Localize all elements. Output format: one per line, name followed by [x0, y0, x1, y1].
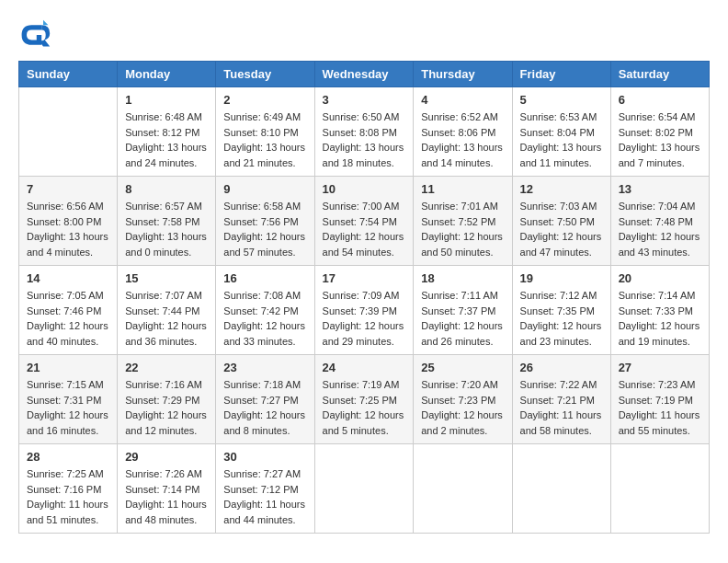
day-info: Sunrise: 7:20 AM Sunset: 7:23 PM Dayligh…	[421, 377, 504, 438]
day-number: 23	[223, 361, 306, 374]
day-number: 8	[125, 182, 208, 196]
day-info: Sunrise: 7:19 AM Sunset: 7:25 PM Dayligh…	[323, 377, 406, 438]
day-info: Sunrise: 7:04 AM Sunset: 7:48 PM Dayligh…	[619, 199, 701, 259]
day-number: 11	[421, 182, 504, 196]
day-number: 22	[125, 361, 208, 374]
calendar-cell: 29Sunrise: 7:26 AM Sunset: 7:14 PM Dayli…	[118, 444, 216, 534]
calendar-cell: 7Sunrise: 6:56 AM Sunset: 8:00 PM Daylig…	[19, 177, 118, 266]
calendar-cell	[414, 444, 512, 534]
calendar-cell: 6Sunrise: 6:54 AM Sunset: 8:02 PM Daylig…	[610, 87, 709, 177]
day-info: Sunrise: 7:14 AM Sunset: 7:33 PM Dayligh…	[619, 288, 701, 349]
day-number: 9	[223, 182, 306, 196]
day-info: Sunrise: 7:16 AM Sunset: 7:29 PM Dayligh…	[125, 377, 208, 438]
day-info: Sunrise: 7:26 AM Sunset: 7:14 PM Dayligh…	[125, 466, 208, 527]
calendar-cell: 22Sunrise: 7:16 AM Sunset: 7:29 PM Dayli…	[118, 355, 216, 444]
day-number: 21	[27, 361, 109, 374]
calendar-header-saturday: Saturday	[610, 62, 709, 87]
calendar-header-thursday: Thursday	[414, 62, 512, 87]
day-number: 14	[27, 271, 109, 285]
day-info: Sunrise: 6:56 AM Sunset: 8:00 PM Dayligh…	[27, 199, 109, 259]
day-info: Sunrise: 6:49 AM Sunset: 8:10 PM Dayligh…	[223, 109, 306, 170]
calendar-cell: 13Sunrise: 7:04 AM Sunset: 7:48 PM Dayli…	[610, 177, 709, 266]
day-number: 29	[125, 450, 208, 464]
calendar-cell: 10Sunrise: 7:00 AM Sunset: 7:54 PM Dayli…	[314, 177, 414, 266]
day-number: 10	[323, 182, 406, 196]
calendar-cell: 20Sunrise: 7:14 AM Sunset: 7:33 PM Dayli…	[610, 266, 709, 355]
calendar-cell: 12Sunrise: 7:03 AM Sunset: 7:50 PM Dayli…	[512, 177, 610, 266]
calendar-header-sunday: Sunday	[19, 62, 118, 87]
calendar-cell: 19Sunrise: 7:12 AM Sunset: 7:35 PM Dayli…	[512, 266, 610, 355]
day-info: Sunrise: 6:54 AM Sunset: 8:02 PM Dayligh…	[619, 109, 701, 170]
generalblue-logo-icon	[18, 18, 51, 52]
calendar-cell: 3Sunrise: 6:50 AM Sunset: 8:08 PM Daylig…	[314, 87, 414, 177]
calendar-week-row: 14Sunrise: 7:05 AM Sunset: 7:46 PM Dayli…	[19, 266, 710, 355]
day-number: 28	[27, 450, 109, 464]
day-info: Sunrise: 7:05 AM Sunset: 7:46 PM Dayligh…	[27, 288, 109, 349]
calendar-cell: 17Sunrise: 7:09 AM Sunset: 7:39 PM Dayli…	[314, 266, 414, 355]
header	[18, 18, 710, 52]
day-info: Sunrise: 6:58 AM Sunset: 7:56 PM Dayligh…	[223, 199, 306, 259]
calendar-cell: 11Sunrise: 7:01 AM Sunset: 7:52 PM Dayli…	[414, 177, 512, 266]
day-number: 19	[520, 271, 603, 285]
day-number: 4	[421, 93, 504, 107]
day-number: 20	[619, 271, 701, 285]
calendar-header-tuesday: Tuesday	[216, 62, 314, 87]
calendar-cell: 5Sunrise: 6:53 AM Sunset: 8:04 PM Daylig…	[512, 87, 610, 177]
calendar-cell	[314, 444, 414, 534]
calendar-week-row: 1Sunrise: 6:48 AM Sunset: 8:12 PM Daylig…	[19, 87, 710, 177]
calendar-cell: 18Sunrise: 7:11 AM Sunset: 7:37 PM Dayli…	[414, 266, 512, 355]
calendar-cell: 4Sunrise: 6:52 AM Sunset: 8:06 PM Daylig…	[414, 87, 512, 177]
calendar-cell: 24Sunrise: 7:19 AM Sunset: 7:25 PM Dayli…	[314, 355, 414, 444]
day-info: Sunrise: 7:11 AM Sunset: 7:37 PM Dayligh…	[421, 288, 504, 349]
day-number: 1	[125, 93, 208, 107]
day-info: Sunrise: 7:27 AM Sunset: 7:12 PM Dayligh…	[223, 466, 306, 527]
calendar-header-row: SundayMondayTuesdayWednesdayThursdayFrid…	[19, 62, 710, 87]
calendar-cell: 9Sunrise: 6:58 AM Sunset: 7:56 PM Daylig…	[216, 177, 314, 266]
day-number: 15	[125, 271, 208, 285]
calendar-cell: 30Sunrise: 7:27 AM Sunset: 7:12 PM Dayli…	[216, 444, 314, 534]
day-info: Sunrise: 7:15 AM Sunset: 7:31 PM Dayligh…	[27, 377, 109, 438]
day-number: 16	[223, 271, 306, 285]
day-info: Sunrise: 6:50 AM Sunset: 8:08 PM Dayligh…	[323, 109, 406, 170]
calendar-header-wednesday: Wednesday	[314, 62, 414, 87]
calendar-week-row: 28Sunrise: 7:25 AM Sunset: 7:16 PM Dayli…	[19, 444, 710, 534]
day-number: 7	[27, 182, 109, 196]
calendar-cell: 28Sunrise: 7:25 AM Sunset: 7:16 PM Dayli…	[19, 444, 118, 534]
day-number: 3	[323, 93, 406, 107]
calendar-cell: 26Sunrise: 7:22 AM Sunset: 7:21 PM Dayli…	[512, 355, 610, 444]
calendar-header-monday: Monday	[118, 62, 216, 87]
calendar-cell	[19, 87, 118, 177]
calendar-cell: 15Sunrise: 7:07 AM Sunset: 7:44 PM Dayli…	[118, 266, 216, 355]
day-number: 5	[520, 93, 603, 107]
day-info: Sunrise: 7:25 AM Sunset: 7:16 PM Dayligh…	[27, 466, 109, 527]
calendar-cell: 8Sunrise: 6:57 AM Sunset: 7:58 PM Daylig…	[118, 177, 216, 266]
calendar-cell: 1Sunrise: 6:48 AM Sunset: 8:12 PM Daylig…	[118, 87, 216, 177]
day-info: Sunrise: 6:53 AM Sunset: 8:04 PM Dayligh…	[520, 109, 603, 170]
calendar-cell: 23Sunrise: 7:18 AM Sunset: 7:27 PM Dayli…	[216, 355, 314, 444]
day-number: 18	[421, 271, 504, 285]
calendar-cell	[610, 444, 709, 534]
day-info: Sunrise: 6:57 AM Sunset: 7:58 PM Dayligh…	[125, 199, 208, 259]
calendar-cell	[512, 444, 610, 534]
day-number: 25	[421, 361, 504, 374]
day-number: 30	[223, 450, 306, 464]
calendar-table: SundayMondayTuesdayWednesdayThursdayFrid…	[18, 61, 710, 534]
day-info: Sunrise: 7:09 AM Sunset: 7:39 PM Dayligh…	[323, 288, 406, 349]
day-info: Sunrise: 7:03 AM Sunset: 7:50 PM Dayligh…	[520, 199, 603, 259]
day-info: Sunrise: 7:23 AM Sunset: 7:19 PM Dayligh…	[619, 377, 701, 438]
calendar-cell: 2Sunrise: 6:49 AM Sunset: 8:10 PM Daylig…	[216, 87, 314, 177]
calendar-cell: 14Sunrise: 7:05 AM Sunset: 7:46 PM Dayli…	[19, 266, 118, 355]
day-info: Sunrise: 7:00 AM Sunset: 7:54 PM Dayligh…	[323, 199, 406, 259]
calendar-week-row: 21Sunrise: 7:15 AM Sunset: 7:31 PM Dayli…	[19, 355, 710, 444]
calendar-header-friday: Friday	[512, 62, 610, 87]
calendar-week-row: 7Sunrise: 6:56 AM Sunset: 8:00 PM Daylig…	[19, 177, 710, 266]
day-number: 12	[520, 182, 603, 196]
day-number: 2	[223, 93, 306, 107]
day-number: 17	[323, 271, 406, 285]
day-info: Sunrise: 6:48 AM Sunset: 8:12 PM Dayligh…	[125, 109, 208, 170]
calendar-cell: 21Sunrise: 7:15 AM Sunset: 7:31 PM Dayli…	[19, 355, 118, 444]
day-info: Sunrise: 7:07 AM Sunset: 7:44 PM Dayligh…	[125, 288, 208, 349]
day-info: Sunrise: 7:18 AM Sunset: 7:27 PM Dayligh…	[223, 377, 306, 438]
day-number: 27	[619, 361, 701, 374]
day-number: 24	[323, 361, 406, 374]
